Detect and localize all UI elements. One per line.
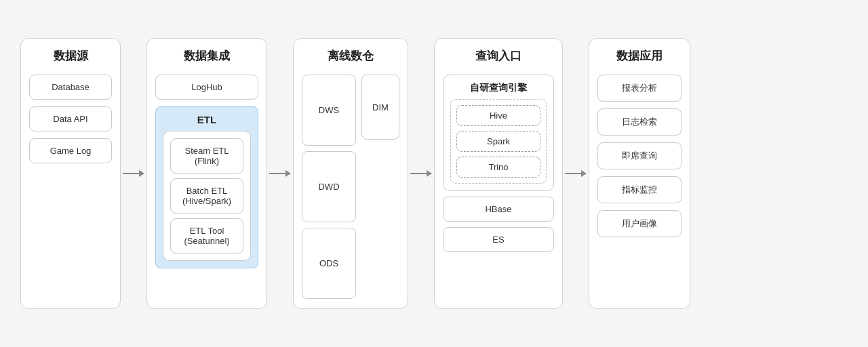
- datasource-item-2: Game Log: [29, 138, 112, 163]
- warehouse-ods: ODS: [302, 228, 356, 299]
- warehouse-column: 离线数仓 DWS DWD ODS DIM: [293, 38, 408, 309]
- arrow-1: [121, 167, 146, 180]
- loghub-box: LogHub: [155, 75, 258, 100]
- datasource-item-1: Data API: [29, 106, 112, 131]
- query-es: ES: [443, 227, 554, 252]
- svg-marker-5: [427, 170, 432, 177]
- warehouse-inner: DWS DWD ODS DIM: [302, 75, 399, 299]
- dashed-engine-items: Hive Spark Trino: [450, 99, 547, 184]
- warehouse-dwd: DWD: [302, 151, 356, 222]
- warehouse-right-col: DIM: [361, 75, 399, 299]
- etl-item-1: Batch ETL(Hive/Spark): [170, 178, 243, 213]
- engine-hive: Hive: [456, 105, 540, 126]
- etl-title: ETL: [197, 114, 216, 125]
- self-engine-title: 自研查询引擎: [470, 82, 527, 94]
- datasource-title: 数据源: [54, 48, 88, 64]
- integration-column: 数据集成 LogHub ETL Steam ETL(Flink) Batch E…: [146, 38, 267, 309]
- arrow-3: [408, 167, 434, 180]
- arrow-2: [267, 167, 293, 180]
- query-title: 查询入口: [475, 48, 521, 64]
- app-item-2: 即席查询: [597, 142, 682, 169]
- query-column: 查询入口 自研查询引擎 Hive Spark Trino HBase ES: [434, 38, 563, 309]
- app-item-0: 报表分析: [597, 75, 682, 102]
- etl-items: Steam ETL(Flink) Batch ETL(Hive/Spark) E…: [163, 131, 251, 261]
- app-column: 数据应用 报表分析 日志检索 即席查询 指标监控 用户画像: [589, 38, 690, 309]
- datasource-item-0: Database: [29, 75, 112, 100]
- engine-trino: Trino: [456, 157, 540, 178]
- svg-marker-1: [139, 170, 144, 177]
- query-inner: 自研查询引擎 Hive Spark Trino HBase ES: [443, 75, 554, 252]
- architecture-diagram: 数据源 Database Data API Game Log 数据集成 LogH…: [0, 0, 868, 347]
- svg-marker-3: [285, 170, 291, 177]
- etl-group: ETL Steam ETL(Flink) Batch ETL(Hive/Spar…: [155, 106, 258, 268]
- warehouse-left-col: DWS DWD ODS: [302, 75, 356, 299]
- datasource-column: 数据源 Database Data API Game Log: [20, 38, 121, 309]
- app-title: 数据应用: [616, 48, 663, 64]
- engine-spark: Spark: [456, 131, 540, 152]
- self-engine-group: 自研查询引擎 Hive Spark Trino: [443, 75, 554, 191]
- arrow-4: [563, 167, 589, 180]
- integration-title: 数据集成: [184, 48, 230, 64]
- etl-item-2: ETL Tool(Seatunnel): [170, 218, 243, 253]
- app-item-1: 日志检索: [597, 108, 682, 136]
- warehouse-title: 离线数仓: [328, 48, 374, 64]
- warehouse-dim: DIM: [361, 75, 399, 140]
- app-item-3: 指标监控: [597, 176, 682, 203]
- app-item-4: 用户画像: [597, 210, 682, 237]
- warehouse-dws: DWS: [302, 75, 356, 146]
- etl-item-0: Steam ETL(Flink): [170, 138, 243, 174]
- query-hbase: HBase: [443, 197, 554, 222]
- svg-marker-7: [581, 170, 587, 177]
